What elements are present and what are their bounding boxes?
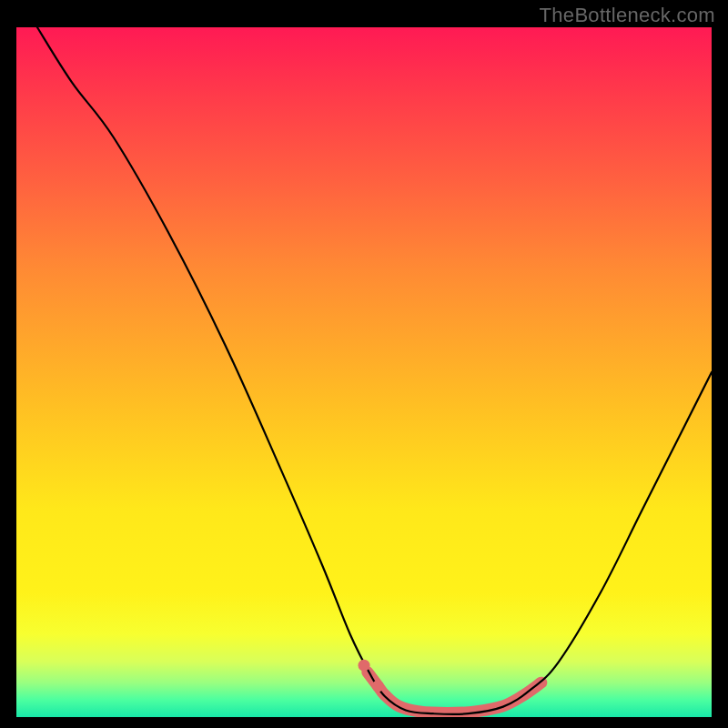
curve-path [37, 27, 712, 714]
chart-stage: TheBottleneck.com [0, 0, 728, 728]
chart-svg [16, 27, 712, 717]
highlight-dot-0 [358, 660, 369, 672]
curve-layer [37, 27, 712, 714]
highlight-dot-1 [372, 680, 384, 692]
watermark-text: TheBottleneck.com [540, 4, 715, 27]
plot-area [16, 27, 712, 717]
highlight-path [368, 672, 541, 713]
highlight-layer [368, 672, 541, 713]
